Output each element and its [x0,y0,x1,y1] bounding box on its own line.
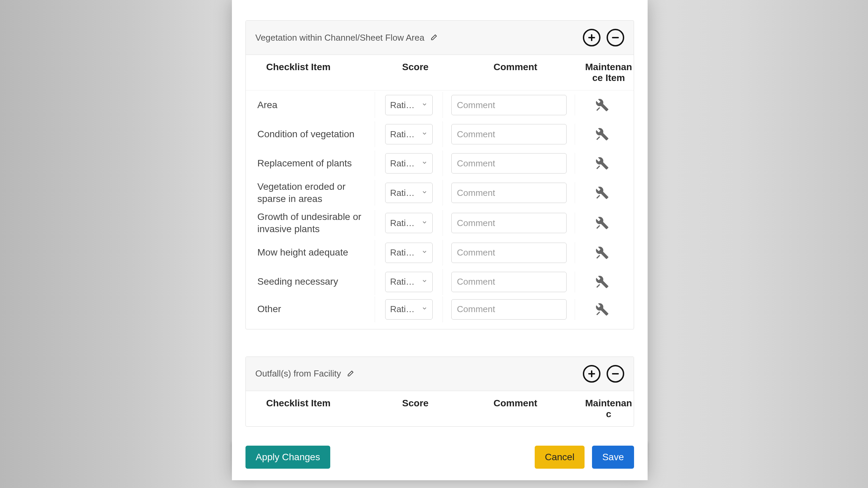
col-checklist-item: Checklist Item [253,398,381,420]
maintenance-icon[interactable] [594,185,610,201]
comment-input[interactable] [451,243,567,263]
remove-button[interactable] [607,365,624,383]
add-button[interactable] [583,29,600,46]
score-select[interactable]: Rati… [385,95,433,115]
table-row: Replacement of plants Rati… [246,149,634,178]
table-row: Seeding necessary Rati… [246,267,634,297]
maintenance-icon[interactable] [594,302,610,317]
form-panel: Vegetation within Channel/Sheet Flow Are… [232,0,648,480]
chevron-down-icon [421,160,428,167]
chevron-down-icon [421,101,428,109]
section-outfall: Outfall(s) from Facility Checklist Item … [245,357,634,427]
chevron-down-icon [421,130,428,138]
maintenance-icon[interactable] [594,126,610,142]
section-header: Vegetation within Channel/Sheet Flow Are… [246,21,634,55]
table-header-row: Checklist Item Score Comment Maintenance… [246,55,634,90]
item-label: Other [257,303,281,315]
chevron-down-icon [421,219,428,227]
col-comment: Comment [449,62,581,83]
chevron-down-icon [421,189,428,197]
maintenance-icon[interactable] [594,156,610,171]
comment-input[interactable] [451,299,567,320]
comment-input[interactable] [451,213,567,233]
section-title: Vegetation within Channel/Sheet Flow Are… [255,33,425,43]
chevron-down-icon [421,278,428,286]
table-row: Growth of undesirable or invasive plants… [246,208,634,238]
col-score: Score [381,62,449,83]
col-score: Score [381,398,449,420]
item-label: Condition of vegetation [257,128,354,140]
maintenance-icon[interactable] [594,245,610,261]
table-row: Vegetation eroded or sparse in areas Rat… [246,178,634,208]
comment-input[interactable] [451,183,567,203]
table-row: Condition of vegetation Rati… [246,120,634,149]
comment-input[interactable] [451,95,567,115]
col-maintenance: Maintenanc [581,398,636,420]
edit-icon[interactable] [429,33,438,42]
maintenance-icon[interactable] [594,274,610,290]
remove-button[interactable] [607,29,624,46]
table-row: Mow height adequate Rati… [246,238,634,267]
cancel-button[interactable]: Cancel [535,446,585,469]
comment-input[interactable] [451,272,567,292]
item-label: Vegetation eroded or sparse in areas [257,181,369,205]
item-label: Mow height adequate [257,246,348,259]
edit-icon[interactable] [346,369,355,378]
chevron-down-icon [421,249,428,257]
footer: Apply Changes Cancel Save [232,436,648,480]
score-select[interactable]: Rati… [385,243,433,263]
item-label: Replacement of plants [257,157,352,169]
comment-input[interactable] [451,153,567,174]
score-select[interactable]: Rati… [385,299,433,320]
maintenance-icon[interactable] [594,215,610,231]
section-vegetation: Vegetation within Channel/Sheet Flow Are… [245,20,634,329]
item-label: Area [257,99,277,111]
table-row: Other Rati… [246,297,634,329]
score-select[interactable]: Rati… [385,213,433,233]
score-select[interactable]: Rati… [385,183,433,203]
table-header-row: Checklist Item Score Comment Maintenanc [246,391,634,426]
col-maintenance: Maintenance Item [581,62,636,83]
section-header: Outfall(s) from Facility [246,357,634,391]
maintenance-icon[interactable] [594,97,610,113]
item-label: Growth of undesirable or invasive plants [257,211,369,236]
comment-input[interactable] [451,124,567,144]
apply-changes-button[interactable]: Apply Changes [245,446,330,469]
add-button[interactable] [583,365,600,383]
table-row: Area Rati… [246,90,634,120]
col-comment: Comment [449,398,581,420]
score-select[interactable]: Rati… [385,272,433,292]
score-select[interactable]: Rati… [385,124,433,144]
score-select[interactable]: Rati… [385,153,433,174]
col-checklist-item: Checklist Item [253,62,381,83]
section-title: Outfall(s) from Facility [255,368,341,379]
chevron-down-icon [421,305,428,313]
save-button[interactable]: Save [592,446,634,469]
item-label: Seeding necessary [257,276,338,288]
